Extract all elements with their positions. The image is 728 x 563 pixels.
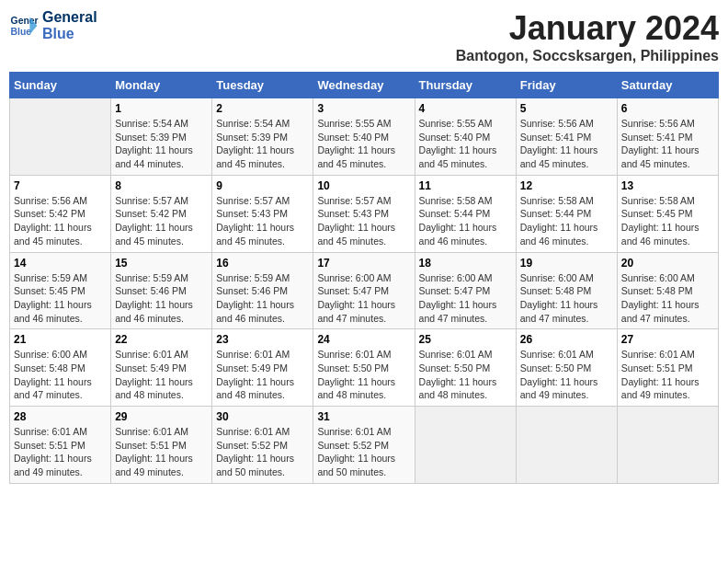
calendar-cell: 7Sunrise: 5:56 AM Sunset: 5:42 PM Daylig… — [10, 175, 111, 252]
day-number: 30 — [216, 410, 309, 423]
day-info: Sunrise: 6:01 AM Sunset: 5:52 PM Dayligh… — [216, 425, 309, 479]
day-number: 10 — [317, 179, 410, 192]
day-number: 4 — [419, 102, 512, 115]
day-number: 13 — [621, 179, 714, 192]
day-number: 14 — [14, 257, 107, 270]
logo-blue: Blue — [42, 26, 97, 42]
day-number: 12 — [520, 179, 613, 192]
day-number: 25 — [419, 333, 512, 346]
day-info: Sunrise: 5:56 AM Sunset: 5:42 PM Dayligh… — [14, 194, 107, 248]
calendar-cell: 28Sunrise: 6:01 AM Sunset: 5:51 PM Dayli… — [10, 407, 111, 484]
day-number: 15 — [115, 257, 208, 270]
calendar-cell: 12Sunrise: 5:58 AM Sunset: 5:44 PM Dayli… — [516, 175, 617, 252]
day-info: Sunrise: 5:55 AM Sunset: 5:40 PM Dayligh… — [419, 117, 512, 171]
weekday-header-friday: Friday — [516, 73, 617, 98]
calendar-cell: 9Sunrise: 5:57 AM Sunset: 5:43 PM Daylig… — [212, 175, 313, 252]
day-number: 21 — [14, 333, 107, 346]
calendar-week-5: 28Sunrise: 6:01 AM Sunset: 5:51 PM Dayli… — [10, 407, 719, 484]
calendar-cell: 15Sunrise: 5:59 AM Sunset: 5:46 PM Dayli… — [111, 252, 212, 329]
calendar-cell: 25Sunrise: 6:01 AM Sunset: 5:50 PM Dayli… — [415, 329, 516, 407]
day-info: Sunrise: 5:55 AM Sunset: 5:40 PM Dayligh… — [317, 117, 410, 171]
day-info: Sunrise: 6:00 AM Sunset: 5:48 PM Dayligh… — [14, 348, 107, 402]
calendar-cell: 8Sunrise: 5:57 AM Sunset: 5:42 PM Daylig… — [111, 175, 212, 252]
calendar-cell: 30Sunrise: 6:01 AM Sunset: 5:52 PM Dayli… — [212, 407, 313, 484]
calendar-cell: 24Sunrise: 6:01 AM Sunset: 5:50 PM Dayli… — [313, 329, 415, 407]
day-info: Sunrise: 6:00 AM Sunset: 5:48 PM Dayligh… — [520, 271, 613, 326]
calendar-cell: 6Sunrise: 5:56 AM Sunset: 5:41 PM Daylig… — [617, 98, 718, 176]
calendar-week-4: 21Sunrise: 6:00 AM Sunset: 5:48 PM Dayli… — [10, 329, 719, 407]
day-number: 8 — [115, 179, 208, 192]
day-info: Sunrise: 6:00 AM Sunset: 5:47 PM Dayligh… — [419, 271, 512, 326]
calendar-cell — [415, 407, 516, 484]
day-number: 19 — [520, 257, 613, 270]
day-number: 5 — [520, 102, 613, 115]
day-number: 3 — [317, 102, 410, 115]
calendar-cell: 17Sunrise: 6:00 AM Sunset: 5:47 PM Dayli… — [313, 252, 415, 329]
calendar-cell: 16Sunrise: 5:59 AM Sunset: 5:46 PM Dayli… — [212, 252, 313, 329]
weekday-header-tuesday: Tuesday — [212, 73, 313, 98]
location-title: Bantogon, Soccsksargen, Philippines — [456, 48, 719, 64]
day-info: Sunrise: 6:01 AM Sunset: 5:51 PM Dayligh… — [14, 425, 107, 479]
month-title: January 2024 — [456, 9, 719, 48]
day-info: Sunrise: 6:01 AM Sunset: 5:49 PM Dayligh… — [216, 348, 309, 402]
logo-icon: General Blue — [9, 11, 39, 40]
header: General Blue General Blue January 2024 B… — [9, 9, 719, 64]
day-info: Sunrise: 6:01 AM Sunset: 5:50 PM Dayligh… — [419, 348, 512, 402]
day-info: Sunrise: 6:01 AM Sunset: 5:50 PM Dayligh… — [317, 348, 410, 402]
logo-general: General — [42, 9, 97, 26]
day-number: 26 — [520, 333, 613, 346]
calendar-cell: 1Sunrise: 5:54 AM Sunset: 5:39 PM Daylig… — [111, 98, 212, 176]
day-info: Sunrise: 5:57 AM Sunset: 5:42 PM Dayligh… — [115, 194, 208, 248]
day-info: Sunrise: 6:00 AM Sunset: 5:48 PM Dayligh… — [621, 271, 714, 326]
day-info: Sunrise: 5:56 AM Sunset: 5:41 PM Dayligh… — [520, 117, 613, 171]
day-number: 24 — [317, 333, 410, 346]
day-info: Sunrise: 6:01 AM Sunset: 5:51 PM Dayligh… — [621, 348, 714, 402]
logo: General Blue General Blue — [9, 9, 97, 42]
day-number: 31 — [317, 410, 410, 423]
calendar-week-1: 1Sunrise: 5:54 AM Sunset: 5:39 PM Daylig… — [10, 98, 719, 176]
day-info: Sunrise: 5:59 AM Sunset: 5:46 PM Dayligh… — [216, 271, 309, 326]
calendar-cell: 27Sunrise: 6:01 AM Sunset: 5:51 PM Dayli… — [617, 329, 718, 407]
day-info: Sunrise: 5:56 AM Sunset: 5:41 PM Dayligh… — [621, 117, 714, 171]
day-number: 22 — [115, 333, 208, 346]
day-number: 6 — [621, 102, 714, 115]
day-info: Sunrise: 5:57 AM Sunset: 5:43 PM Dayligh… — [216, 194, 309, 248]
day-info: Sunrise: 5:57 AM Sunset: 5:43 PM Dayligh… — [317, 194, 410, 248]
day-info: Sunrise: 5:58 AM Sunset: 5:44 PM Dayligh… — [419, 194, 512, 248]
calendar-cell: 13Sunrise: 5:58 AM Sunset: 5:45 PM Dayli… — [617, 175, 718, 252]
calendar-week-2: 7Sunrise: 5:56 AM Sunset: 5:42 PM Daylig… — [10, 175, 719, 252]
title-area: January 2024 Bantogon, Soccsksargen, Phi… — [456, 9, 719, 64]
weekday-header-sunday: Sunday — [10, 73, 111, 98]
day-number: 28 — [14, 410, 107, 423]
calendar-cell: 31Sunrise: 6:01 AM Sunset: 5:52 PM Dayli… — [313, 407, 415, 484]
svg-text:Blue: Blue — [11, 27, 32, 37]
calendar-cell: 23Sunrise: 6:01 AM Sunset: 5:49 PM Dayli… — [212, 329, 313, 407]
calendar-cell: 10Sunrise: 5:57 AM Sunset: 5:43 PM Dayli… — [313, 175, 415, 252]
day-number: 7 — [14, 179, 107, 192]
calendar-header-row: SundayMondayTuesdayWednesdayThursdayFrid… — [10, 73, 719, 98]
day-info: Sunrise: 5:59 AM Sunset: 5:46 PM Dayligh… — [115, 271, 208, 326]
calendar-cell — [617, 407, 718, 484]
day-number: 11 — [419, 179, 512, 192]
day-info: Sunrise: 6:01 AM Sunset: 5:50 PM Dayligh… — [520, 348, 613, 402]
day-number: 16 — [216, 257, 309, 270]
calendar-cell: 3Sunrise: 5:55 AM Sunset: 5:40 PM Daylig… — [313, 98, 415, 176]
day-number: 1 — [115, 102, 208, 115]
calendar-cell: 14Sunrise: 5:59 AM Sunset: 5:45 PM Dayli… — [10, 252, 111, 329]
day-number: 18 — [419, 257, 512, 270]
calendar-week-3: 14Sunrise: 5:59 AM Sunset: 5:45 PM Dayli… — [10, 252, 719, 329]
calendar-cell: 19Sunrise: 6:00 AM Sunset: 5:48 PM Dayli… — [516, 252, 617, 329]
calendar-cell: 18Sunrise: 6:00 AM Sunset: 5:47 PM Dayli… — [415, 252, 516, 329]
day-info: Sunrise: 5:59 AM Sunset: 5:45 PM Dayligh… — [14, 271, 107, 326]
day-info: Sunrise: 6:01 AM Sunset: 5:51 PM Dayligh… — [115, 425, 208, 479]
calendar-cell: 11Sunrise: 5:58 AM Sunset: 5:44 PM Dayli… — [415, 175, 516, 252]
day-info: Sunrise: 5:58 AM Sunset: 5:45 PM Dayligh… — [621, 194, 714, 248]
calendar-cell: 21Sunrise: 6:00 AM Sunset: 5:48 PM Dayli… — [10, 329, 111, 407]
calendar-cell: 20Sunrise: 6:00 AM Sunset: 5:48 PM Dayli… — [617, 252, 718, 329]
day-number: 9 — [216, 179, 309, 192]
weekday-header-monday: Monday — [111, 73, 212, 98]
day-info: Sunrise: 6:01 AM Sunset: 5:52 PM Dayligh… — [317, 425, 410, 479]
calendar-body: 1Sunrise: 5:54 AM Sunset: 5:39 PM Daylig… — [10, 98, 719, 484]
day-number: 2 — [216, 102, 309, 115]
calendar-cell: 4Sunrise: 5:55 AM Sunset: 5:40 PM Daylig… — [415, 98, 516, 176]
